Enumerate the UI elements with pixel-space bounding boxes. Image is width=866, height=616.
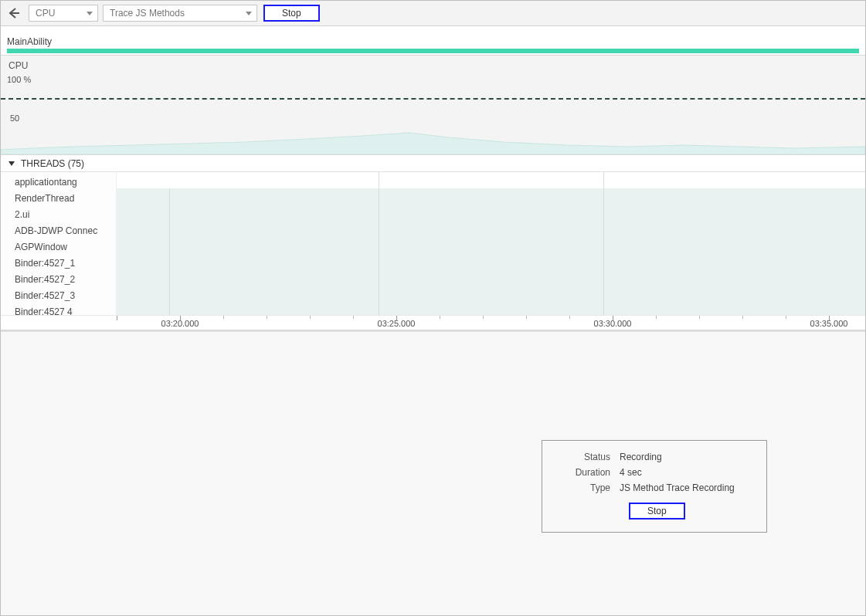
detail-area: Status Recording Duration 4 sec Type JS …: [1, 331, 865, 594]
chevron-down-icon: [246, 12, 252, 15]
chevron-down-icon: [87, 12, 93, 15]
cpu-title: CPU: [8, 60, 28, 71]
list-item[interactable]: Binder:4527_2: [1, 271, 116, 287]
list-item[interactable]: RenderThread: [1, 190, 116, 206]
list-item[interactable]: AGPWindow: [1, 239, 116, 255]
selected-thread-row: [117, 172, 865, 188]
trace-method-label: Trace JS Methods: [110, 8, 185, 19]
toolbar: CPU Trace JS Methods Stop: [1, 1, 865, 26]
list-item[interactable]: applicationtang: [1, 174, 116, 190]
threads-header-label: THREADS (75): [21, 158, 84, 169]
back-button[interactable]: [5, 5, 22, 22]
threads-toggle[interactable]: THREADS (75): [1, 155, 865, 172]
cpu-chart[interactable]: CPU 100 % 50: [1, 55, 865, 155]
ability-underline: [7, 49, 859, 53]
cpu-area: [1, 125, 865, 154]
type-value: JS Method Trace Recording: [620, 482, 735, 493]
list-item[interactable]: ADB-JDWP Connec: [1, 222, 116, 239]
threads-panel: THREADS (75) applicationtang RenderThrea…: [1, 155, 865, 331]
list-item[interactable]: Binder:4527 4: [1, 303, 116, 315]
list-item[interactable]: Binder:4527_3: [1, 287, 116, 303]
list-item[interactable]: Binder:4527_1: [1, 255, 116, 271]
trace-method-selector[interactable]: Trace JS Methods: [103, 5, 257, 22]
duration-key: Duration: [555, 467, 620, 478]
stop-button[interactable]: Stop: [263, 5, 320, 22]
profiler-window: CPU Trace JS Methods Stop MainAbility CP…: [0, 0, 866, 616]
threads-body: applicationtang RenderThread 2.ui ADB-JD…: [1, 172, 865, 315]
recording-status-card: Status Recording Duration 4 sec Type JS …: [542, 440, 767, 533]
chevron-down-icon: [8, 161, 15, 166]
duration-value: 4 sec: [620, 467, 642, 478]
list-item[interactable]: 2.ui: [1, 206, 116, 222]
ability-title: MainAbility: [7, 36, 52, 47]
view-selector[interactable]: CPU: [29, 5, 98, 22]
status-key: Status: [555, 452, 620, 462]
cpu-ytick-100: 100 %: [7, 75, 31, 84]
cpu-threshold-line: [1, 98, 865, 100]
view-selector-label: CPU: [36, 8, 55, 19]
type-key: Type: [555, 482, 620, 493]
threads-chart[interactable]: [117, 172, 865, 315]
timeline[interactable]: 03:20.000 03:25.000 03:30.000 03:35.000: [1, 315, 865, 330]
threads-name-list[interactable]: applicationtang RenderThread 2.ui ADB-JD…: [1, 172, 117, 315]
status-value: Recording: [620, 452, 662, 462]
stop-recording-button[interactable]: Stop: [629, 503, 685, 520]
cpu-ytick-50: 50: [10, 113, 19, 123]
ability-row: MainAbility: [1, 26, 865, 55]
